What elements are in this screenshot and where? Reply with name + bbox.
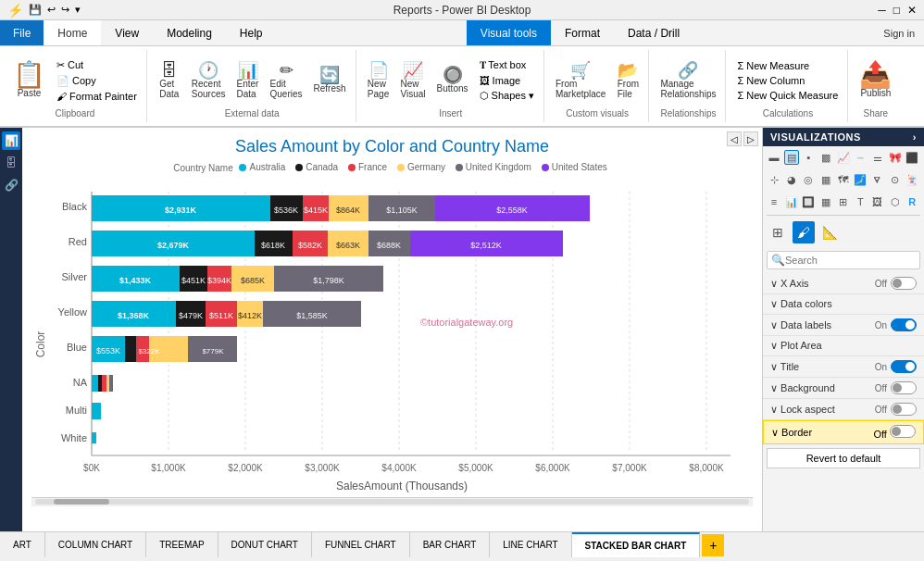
quick-save[interactable]: 💾 <box>29 4 42 16</box>
viz-ribbon[interactable]: 🎀 <box>888 150 903 165</box>
tab-data-drill[interactable]: Data / Drill <box>614 20 693 45</box>
viz-line-chart[interactable]: 📈 <box>836 150 851 165</box>
resize-handle[interactable]: ◁ ▷ <box>727 131 758 146</box>
viz-card[interactable]: 🃏 <box>905 172 919 187</box>
undo-btn[interactable]: ↩ <box>47 4 56 16</box>
format-title[interactable]: ∨ Title On <box>763 356 924 378</box>
tab-visual-tools[interactable]: Visual tools <box>467 20 551 45</box>
viz-map[interactable]: 🗺 <box>836 172 851 187</box>
format-lock-aspect[interactable]: ∨ Lock aspect Off <box>763 399 924 420</box>
close-btn[interactable]: ✕ <box>907 4 917 17</box>
title-toggle[interactable]: On <box>875 360 917 373</box>
viz-text-box[interactable]: T <box>853 194 868 209</box>
viz-treemap[interactable]: ▦ <box>818 172 833 187</box>
viz-matrix[interactable]: ⊞ <box>836 194 851 209</box>
background-switch[interactable] <box>891 381 917 394</box>
border-toggle[interactable]: Off <box>873 425 916 440</box>
new-visual-btn[interactable]: 📈 NewVisual <box>397 60 430 101</box>
viz-gauge[interactable]: ⊙ <box>888 172 903 187</box>
format-border[interactable]: ∨ Border Off <box>763 420 924 444</box>
sidebar-model-icon[interactable]: 🔗 <box>2 176 20 194</box>
viz-line-column[interactable]: ⚌ <box>870 150 885 165</box>
buttons-btn[interactable]: 🔘 Buttons <box>433 65 472 95</box>
tab-donut-chart[interactable]: DONUT CHART <box>219 532 312 557</box>
sign-in[interactable]: Sign in <box>883 28 915 39</box>
format-data-colors[interactable]: ∨ Data colors <box>763 294 924 315</box>
data-labels-toggle[interactable]: On <box>875 318 917 331</box>
viz-table[interactable]: ▦ <box>818 194 833 209</box>
new-quick-measure-btn[interactable]: Σ New Quick Measure <box>733 89 842 102</box>
title-switch[interactable] <box>891 360 917 373</box>
viz-shape[interactable]: ⬡ <box>888 194 903 209</box>
sidebar-report-icon[interactable]: 📊 <box>2 131 20 150</box>
sidebar-data-icon[interactable]: 🗄 <box>2 154 20 172</box>
tab-column-chart[interactable]: COLUMN CHART <box>45 532 146 557</box>
revert-to-default-btn[interactable]: Revert to default <box>767 448 920 468</box>
paste-btn[interactable]: 📋 Paste <box>9 60 49 100</box>
scroll-track[interactable] <box>35 499 749 505</box>
shapes-btn[interactable]: ⬡ Shapes ▾ <box>476 89 538 103</box>
tab-line-chart[interactable]: LINE CHART <box>490 532 571 557</box>
viz-format-tab[interactable]: 🖌 <box>793 221 815 243</box>
viz-analytics-tab[interactable]: 📐 <box>818 221 841 243</box>
lock-aspect-switch[interactable] <box>891 403 917 416</box>
tab-treemap[interactable]: TREEMAP <box>146 532 218 557</box>
search-box[interactable]: 🔍 <box>767 251 920 269</box>
viz-column-chart[interactable]: ▩ <box>818 150 833 165</box>
enter-data-btn[interactable]: 📊 EnterData <box>233 60 263 101</box>
viz-kpi[interactable]: 📊 <box>784 194 799 209</box>
from-file-btn[interactable]: 📂 FromFile <box>613 60 643 101</box>
border-switch[interactable] <box>890 425 916 438</box>
tab-modeling[interactable]: Modeling <box>153 20 226 45</box>
resize-btn-right[interactable]: ▷ <box>743 131 758 146</box>
x-axis-toggle[interactable]: Off <box>875 277 917 290</box>
viz-scatter[interactable]: ⊹ <box>767 172 781 187</box>
viz-area-chart[interactable]: ⏤ <box>853 150 868 165</box>
background-toggle[interactable]: Off <box>875 381 917 394</box>
cut-btn[interactable]: ✂ Cut <box>53 58 141 72</box>
tab-funnel-chart[interactable]: FUNNEL CHART <box>312 532 410 557</box>
viz-donut[interactable]: ◎ <box>801 172 816 187</box>
x-axis-switch[interactable] <box>891 277 917 290</box>
scroll-thumb[interactable] <box>54 499 109 505</box>
horizontal-scrollbar[interactable] <box>31 497 753 506</box>
refresh-btn[interactable]: 🔄 Refresh <box>310 65 350 95</box>
tab-view[interactable]: View <box>101 20 153 45</box>
edit-queries-btn[interactable]: ✏ EditQueries <box>267 60 306 101</box>
lock-aspect-toggle[interactable]: Off <box>875 403 917 416</box>
panel-collapse-btn[interactable]: › <box>913 131 917 143</box>
new-column-btn[interactable]: Σ New Column <box>733 74 842 87</box>
tab-art[interactable]: ART <box>0 532 45 557</box>
data-labels-switch[interactable] <box>891 318 917 331</box>
manage-relationships-btn[interactable]: 🔗 ManageRelationships <box>656 60 719 101</box>
text-box-btn[interactable]: 𝐓 Text box <box>476 58 538 72</box>
tab-help[interactable]: Help <box>226 20 277 45</box>
tab-file[interactable]: File <box>0 20 44 45</box>
tab-bar-chart[interactable]: BAR CHART <box>410 532 491 557</box>
format-data-labels[interactable]: ∨ Data labels On <box>763 315 924 336</box>
viz-stacked-column[interactable]: ▪ <box>801 150 816 165</box>
marketplace-btn[interactable]: 🛒 FromMarketplace <box>552 60 609 101</box>
redo-btn[interactable]: ↪ <box>61 4 69 16</box>
recent-sources-btn[interactable]: 🕐 RecentSources <box>188 60 230 101</box>
viz-funnel[interactable]: ⛛ <box>870 172 885 187</box>
viz-bar-chart[interactable]: ▤ <box>784 150 799 165</box>
viz-waterfall[interactable]: ⬛ <box>905 150 919 165</box>
viz-pie[interactable]: ◕ <box>784 172 799 187</box>
image-btn[interactable]: 🖼 Image <box>476 74 538 87</box>
publish-btn[interactable]: 📤 Publish <box>855 60 895 100</box>
minimize-btn[interactable]: ─ <box>878 4 886 17</box>
viz-r-script[interactable]: R <box>905 194 919 209</box>
format-painter-btn[interactable]: 🖌 Format Painter <box>53 90 141 103</box>
format-x-axis[interactable]: ∨ X Axis Off <box>763 273 924 294</box>
resize-btn-left[interactable]: ◁ <box>727 131 742 146</box>
new-measure-btn[interactable]: Σ New Measure <box>733 59 842 72</box>
add-tab-btn[interactable]: + <box>702 534 724 556</box>
viz-fields-tab[interactable]: ⊞ <box>767 221 789 243</box>
viz-multi-row[interactable]: ≡ <box>767 194 781 209</box>
dropdown-arrow[interactable]: ▾ <box>75 4 81 16</box>
viz-image[interactable]: 🖼 <box>870 194 885 209</box>
viz-filled-map[interactable]: 🗾 <box>853 172 868 187</box>
get-data-btn[interactable]: 🗄 GetData <box>155 60 184 101</box>
copy-btn[interactable]: 📄 Copy <box>53 74 141 88</box>
